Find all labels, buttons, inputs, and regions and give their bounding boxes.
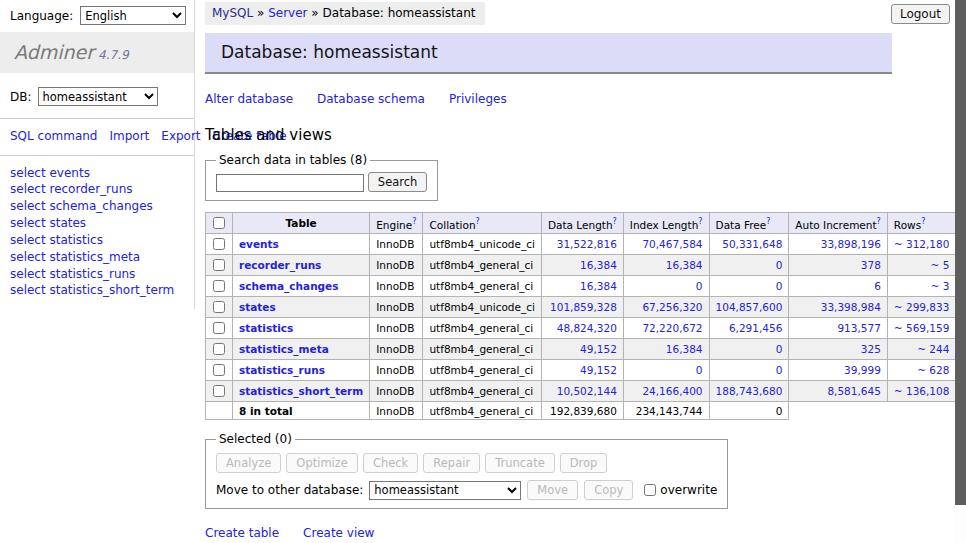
truncate-button[interactable]: Truncate bbox=[485, 453, 555, 473]
link-alter-database[interactable]: Alter database bbox=[205, 92, 293, 106]
move-db-select[interactable]: homeassistant bbox=[369, 481, 521, 500]
help-icon[interactable]: ? bbox=[766, 217, 770, 226]
sidebar-action-sql-command[interactable]: SQL command bbox=[10, 129, 97, 143]
value-link-data-length[interactable]: 31,522,816 bbox=[557, 238, 617, 250]
help-icon[interactable]: ? bbox=[476, 217, 480, 226]
table-name-link[interactable]: statistics bbox=[239, 322, 293, 334]
table-name-link[interactable]: states bbox=[239, 301, 276, 313]
db-select[interactable]: homeassistant bbox=[38, 87, 158, 106]
value-link-rows[interactable]: ~ 628 bbox=[917, 364, 949, 376]
value-link-auto-increment[interactable]: 39,999 bbox=[844, 364, 881, 376]
row-checkbox[interactable] bbox=[213, 259, 225, 271]
link-privileges[interactable]: Privileges bbox=[449, 92, 507, 106]
value-link-auto-increment[interactable]: 913,577 bbox=[837, 322, 880, 334]
value-link-rows[interactable]: ~ 569,159 bbox=[894, 322, 950, 334]
row-checkbox[interactable] bbox=[213, 385, 225, 397]
value-link-data-length[interactable]: 49,152 bbox=[580, 364, 617, 376]
link-database-schema[interactable]: Database schema bbox=[317, 92, 425, 106]
sidebar-item-select-statistics-meta[interactable]: select statistics_meta bbox=[10, 250, 184, 266]
link-create-table[interactable]: Create table bbox=[205, 526, 279, 540]
value-link-rows[interactable]: ~ 299,833 bbox=[894, 301, 950, 313]
link-create-view[interactable]: Create view bbox=[303, 526, 374, 540]
row-checkbox[interactable] bbox=[213, 322, 225, 334]
value-link-data-length[interactable]: 48,824,320 bbox=[557, 322, 617, 334]
page-scrollbar[interactable] bbox=[955, 0, 966, 543]
value-link-index-length[interactable]: 24,166,400 bbox=[642, 385, 702, 397]
copy-button[interactable]: Copy bbox=[584, 480, 633, 500]
value-link-rows[interactable]: ~ 3 bbox=[931, 280, 950, 292]
scrollbar-thumb[interactable] bbox=[955, 0, 966, 505]
value-link-data-free[interactable]: 50,331,648 bbox=[722, 238, 782, 250]
value-link-index-length[interactable]: 0 bbox=[696, 280, 703, 292]
value-link-auto-increment[interactable]: 33,898,196 bbox=[821, 238, 881, 250]
value-link-data-length[interactable]: 101,859,328 bbox=[550, 301, 617, 313]
value-link-index-length[interactable]: 67,256,320 bbox=[642, 301, 702, 313]
logout-button[interactable]: Logout bbox=[891, 4, 950, 24]
sidebar-item-select-schema-changes[interactable]: select schema_changes bbox=[10, 199, 184, 215]
value-link-data-free[interactable]: 0 bbox=[776, 364, 783, 376]
overwrite-checkbox[interactable] bbox=[644, 484, 656, 496]
table-name-link[interactable]: schema_changes bbox=[239, 280, 339, 292]
sidebar-action-import[interactable]: Import bbox=[109, 129, 149, 143]
analyze-button[interactable]: Analyze bbox=[216, 453, 281, 473]
value-link-data-length[interactable]: 16,384 bbox=[580, 259, 617, 271]
value-link-auto-increment[interactable]: 6 bbox=[874, 280, 881, 292]
help-icon[interactable]: ? bbox=[698, 217, 702, 226]
value-link-rows[interactable]: ~ 5 bbox=[931, 259, 950, 271]
value-link-data-free[interactable]: 0 bbox=[776, 343, 783, 355]
value-link-data-free[interactable]: 104,857,600 bbox=[716, 301, 783, 313]
value-link-data-free[interactable]: 188,743,680 bbox=[716, 385, 783, 397]
value-link-data-free[interactable]: 0 bbox=[776, 259, 783, 271]
value-link-data-length[interactable]: 49,152 bbox=[580, 343, 617, 355]
table-name-link[interactable]: statistics_short_term bbox=[239, 385, 363, 397]
value-link-auto-increment[interactable]: 325 bbox=[861, 343, 881, 355]
value-link-auto-increment[interactable]: 33,398,984 bbox=[821, 301, 881, 313]
row-checkbox[interactable] bbox=[213, 280, 225, 292]
app-version[interactable]: 4.7.9 bbox=[98, 48, 129, 62]
optimize-button[interactable]: Optimize bbox=[286, 453, 358, 473]
value-link-index-length[interactable]: 16,384 bbox=[666, 259, 703, 271]
help-icon[interactable]: ? bbox=[877, 217, 881, 226]
value-link-index-length[interactable]: 0 bbox=[696, 364, 703, 376]
value-link-rows[interactable]: ~ 312,180 bbox=[894, 238, 950, 250]
language-select[interactable]: English bbox=[80, 6, 186, 25]
search-button[interactable]: Search bbox=[368, 172, 428, 192]
tables-table-head: TableEngine?Collation?Data Length?Index … bbox=[206, 213, 966, 234]
table-name-link[interactable]: events bbox=[239, 238, 279, 250]
select-all-checkbox[interactable] bbox=[213, 217, 225, 229]
value-link-auto-increment[interactable]: 378 bbox=[861, 259, 881, 271]
value-link-rows[interactable]: ~ 244 bbox=[917, 343, 949, 355]
value-link-data-free[interactable]: 0 bbox=[776, 280, 783, 292]
table-name-link[interactable]: recorder_runs bbox=[239, 259, 321, 271]
sidebar-item-select-statistics-short-term[interactable]: select statistics_short_term bbox=[10, 283, 184, 299]
sidebar-item-select-statistics-runs[interactable]: select statistics_runs bbox=[10, 267, 184, 283]
breadcrumb-item-server[interactable]: Server bbox=[268, 6, 307, 20]
sidebar-item-select-recorder-runs[interactable]: select recorder_runs bbox=[10, 182, 184, 198]
row-checkbox[interactable] bbox=[213, 301, 225, 313]
table-name-link[interactable]: statistics_meta bbox=[239, 343, 329, 355]
sidebar-item-select-states[interactable]: select states bbox=[10, 216, 184, 232]
row-checkbox[interactable] bbox=[213, 343, 225, 355]
drop-button[interactable]: Drop bbox=[560, 453, 608, 473]
row-checkbox[interactable] bbox=[213, 364, 225, 376]
value-link-rows[interactable]: ~ 136,108 bbox=[894, 385, 950, 397]
breadcrumb-item-mysql[interactable]: MySQL bbox=[212, 6, 253, 20]
row-checkbox[interactable] bbox=[213, 238, 225, 250]
help-icon[interactable]: ? bbox=[412, 217, 416, 226]
value-link-data-length[interactable]: 10,502,144 bbox=[557, 385, 617, 397]
sidebar-item-select-statistics[interactable]: select statistics bbox=[10, 233, 184, 249]
value-link-index-length[interactable]: 70,467,584 bbox=[642, 238, 702, 250]
value-link-index-length[interactable]: 16,384 bbox=[666, 343, 703, 355]
table-name-link[interactable]: statistics_runs bbox=[239, 364, 325, 376]
value-link-auto-increment[interactable]: 8,581,645 bbox=[827, 385, 880, 397]
sidebar-item-select-events[interactable]: select events bbox=[10, 166, 184, 182]
repair-button[interactable]: Repair bbox=[423, 453, 480, 473]
help-icon[interactable]: ? bbox=[613, 217, 617, 226]
help-icon[interactable]: ? bbox=[921, 217, 925, 226]
value-link-data-length[interactable]: 16,384 bbox=[580, 280, 617, 292]
value-link-data-free[interactable]: 6,291,456 bbox=[729, 322, 782, 334]
value-link-index-length[interactable]: 72,220,672 bbox=[642, 322, 702, 334]
check-button[interactable]: Check bbox=[363, 453, 418, 473]
search-input[interactable] bbox=[216, 174, 364, 192]
move-button[interactable]: Move bbox=[527, 480, 578, 500]
